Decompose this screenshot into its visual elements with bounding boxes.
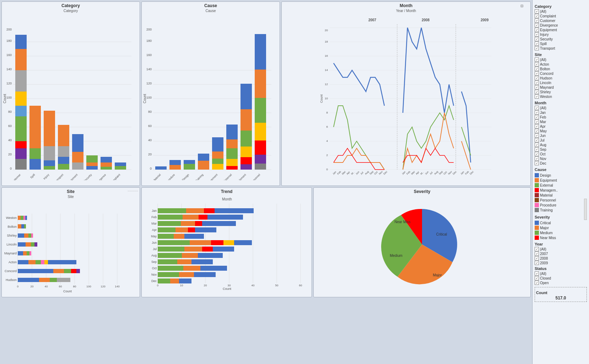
sidebar-year-2008[interactable]: ✓ 2008 [535, 256, 587, 260]
svg-rect-161 [48, 260, 76, 264]
svg-rect-242 [177, 259, 191, 264]
cat-bar-security-green [86, 155, 98, 162]
sidebar-site-hudson[interactable]: ✓ Hudson [535, 76, 587, 80]
cat-bar-security-orange [86, 162, 98, 166]
sidebar-site-weston[interactable]: ✓ Weston [535, 94, 587, 99]
svg-rect-207 [158, 215, 183, 220]
svg-text:Equipment: Equipment [235, 173, 247, 180]
svg-rect-157 [28, 260, 36, 264]
svg-rect-144 [18, 233, 24, 238]
svg-text:Count: Count [320, 94, 323, 103]
cause-bar-external-r [226, 166, 238, 170]
svg-text:Complaint: Complaint [110, 173, 121, 180]
sidebar-status-open[interactable]: ✓ Open [535, 281, 587, 285]
svg-text:4: 4 [326, 139, 328, 143]
svg-text:M..: M.. [420, 171, 424, 175]
cause-panel: Cause Cause Count 0 20 40 60 80 100 120 … [141, 1, 280, 186]
cat-bar-transport-gray [58, 146, 69, 157]
sidebar-month-jan[interactable]: ✓ Jan [535, 110, 587, 115]
cat-bar-customer-yellow [15, 92, 27, 106]
sidebar-year-all[interactable]: ✓ (All) [535, 247, 587, 251]
svg-rect-228 [211, 240, 223, 245]
sidebar-item-transport[interactable]: ✓ Transport [535, 46, 587, 50]
svg-text:20: 20 [8, 153, 12, 156]
svg-text:200: 200 [146, 28, 152, 31]
cause-bar-equip-r [241, 157, 252, 164]
svg-text:Sep: Sep [438, 170, 444, 176]
cause-bar-personnel-y [255, 123, 266, 140]
sidebar-item-complaint[interactable]: ✓ Complaint [535, 14, 587, 18]
svg-text:180: 180 [6, 39, 12, 43]
svg-text:Material: Material [152, 173, 162, 180]
sidebar-site-maynard[interactable]: ✓ Maynard [535, 85, 587, 89]
svg-text:May: May [151, 235, 157, 238]
svg-rect-251 [194, 272, 216, 277]
sidebar-month-nov[interactable]: ✓ Nov [535, 156, 587, 161]
sidebar-site-acton[interactable]: ✓ Acton [535, 62, 587, 66]
expand-icon[interactable]: ⊡ [520, 4, 523, 8]
svg-text:8: 8 [326, 111, 328, 114]
cause-bar-equip-y [241, 147, 252, 157]
sidebar-year-2009[interactable]: ✓ 2009 [535, 261, 587, 265]
svg-text:200: 200 [6, 28, 12, 31]
count-section: Count 517.0 [535, 287, 587, 302]
sidebar-month-all[interactable]: ✓ (All) [535, 106, 587, 110]
severity-legend-nearmiss: Near Miss [535, 236, 587, 240]
sidebar-item-injury[interactable]: ✓ Injury [535, 32, 587, 37]
svg-rect-142 [21, 224, 24, 228]
svg-text:60: 60 [299, 284, 302, 287]
cat-bar-equipment-blue [72, 134, 83, 152]
svg-text:16: 16 [325, 54, 328, 57]
svg-text:M..: M.. [351, 171, 355, 175]
severity-label-medium: Medium [390, 254, 402, 258]
cause-scrollbar[interactable] [584, 199, 587, 220]
sidebar-item-spill[interactable]: ✓ Spill [535, 42, 587, 46]
sidebar-site-concord[interactable]: ✓ Concord [535, 71, 587, 76]
svg-rect-247 [200, 266, 227, 271]
cause-bar-management-o [212, 151, 223, 159]
svg-text:Sep: Sep [369, 170, 374, 176]
sidebar-item-security[interactable]: ✓ Security [535, 37, 587, 41]
sidebar-site-bolton[interactable]: ✓ Bolton [535, 67, 587, 71]
sidebar-month-sep[interactable]: ✓ Sep [535, 147, 587, 151]
sidebar-item-divergence[interactable]: ✓ Divergence [535, 23, 587, 27]
sidebar-month-jul[interactable]: ✓ Jul [535, 138, 587, 142]
cause-bar-personnel-r [255, 140, 266, 155]
svg-text:100: 100 [146, 96, 152, 99]
sidebar-month-mar[interactable]: ✓ Mar [535, 120, 587, 124]
svg-rect-243 [191, 259, 213, 264]
sidebar-item-customer[interactable]: ✓ Customer [535, 18, 587, 23]
svg-text:20: 20 [148, 153, 152, 156]
svg-rect-138 [21, 216, 23, 220]
sidebar-item-equipment[interactable]: ✓ Equipment [535, 28, 587, 32]
cause-chart-svg: Count 0 20 40 60 80 100 120 140 160 180 … [142, 13, 273, 180]
sidebar-status-closed[interactable]: ✓ Closed [535, 276, 587, 280]
sidebar-site-lincoln[interactable]: ✓ Lincoln [535, 81, 587, 85]
sidebar-status-all[interactable]: ✓ (All) [535, 271, 587, 276]
cat-bar-injury-green [44, 166, 55, 170]
sidebar-month-aug[interactable]: ✓ Aug [535, 143, 587, 147]
svg-rect-164 [64, 269, 71, 273]
sidebar-item-all-cat[interactable]: ✓ (All) [535, 9, 587, 13]
svg-text:Weston: Weston [6, 216, 17, 220]
sidebar-year-2007[interactable]: ✓ 2007 [535, 252, 587, 256]
sidebar-site-shirley[interactable]: ✓ Shirley [535, 90, 587, 94]
sidebar-month-apr[interactable]: ✓ Apr [535, 124, 587, 128]
sidebar-month-title: Month [535, 101, 587, 105]
main-container: Category Category Count 0 20 40 60 80 10… [0, 0, 589, 364]
svg-text:Oct: Oct [374, 171, 378, 175]
sidebar-month-may[interactable]: ✓ May [535, 129, 587, 133]
svg-text:Jan: Jan [332, 171, 337, 175]
sidebar-month-oct[interactable]: ✓ Oct [535, 152, 587, 156]
svg-rect-153 [23, 251, 27, 255]
sidebar-month-jun[interactable]: ✓ Jun [535, 133, 587, 138]
sidebar-month-dec[interactable]: ✓ Dec [535, 161, 587, 165]
cat-bar-transport-blue [58, 157, 69, 164]
sidebar-site-all[interactable]: ✓ (All) [535, 57, 587, 62]
trend-title: Trend [142, 188, 312, 195]
sidebar-month-feb[interactable]: ✓ Feb [535, 115, 587, 119]
cause-legend-external: External [535, 183, 587, 187]
svg-text:12: 12 [325, 83, 328, 86]
cat-bar-complaint-green [115, 166, 126, 170]
svg-text:Dec: Dec [452, 170, 457, 175]
